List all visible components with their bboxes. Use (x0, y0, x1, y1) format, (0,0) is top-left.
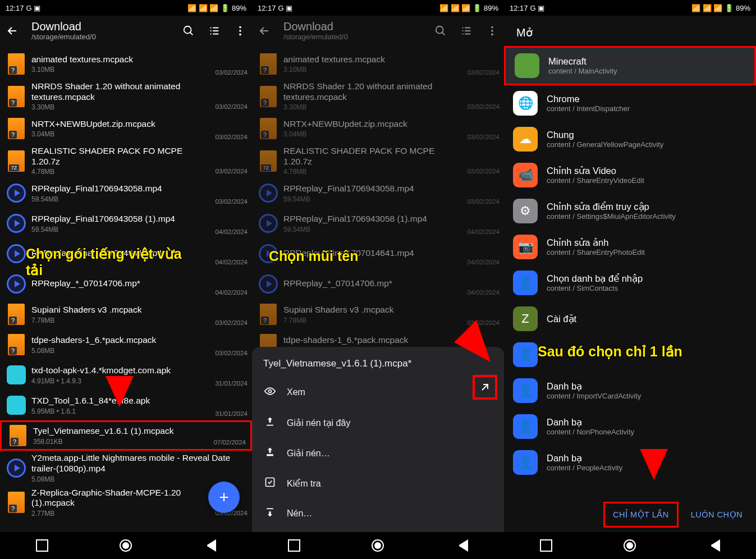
more-icon[interactable] (234, 25, 246, 37)
app-activity: content / ShareEntryVideoEdit (547, 176, 644, 185)
file-row[interactable]: RPReplay_Final1706943058.mp4 59.54MB 03/… (0, 178, 252, 208)
file-type-icon (259, 273, 278, 295)
more-icon[interactable] (486, 25, 498, 37)
file-name: RPReplay_Final1706943058.mp4 (31, 184, 212, 194)
file-size: 3.30MB (31, 103, 212, 111)
file-name: NRRDS Shader 1.20 without animated textu… (31, 81, 212, 102)
always-button[interactable]: LUÔN CHỌN (683, 503, 750, 526)
app-option[interactable]: ☁ Chung content / GeneralYellowPageActiv… (504, 121, 756, 157)
nav-home[interactable] (120, 539, 132, 552)
file-row[interactable]: RPReplay_Final1706943058.mp4 59.54MB 03/… (252, 178, 504, 208)
app-option[interactable]: 👤 Danh bạ content / PeopleActivity (504, 445, 756, 480)
file-row[interactable]: NRRDS Shader 1.20 without animated textu… (252, 79, 504, 113)
file-name: REALISTIC SHADER PACK FO MCPE 1.20.7z (283, 146, 464, 167)
sheet-action-label: Kiểm tra (287, 478, 321, 489)
app-name: Chỉnh sửa ảnh (547, 237, 645, 248)
app-option[interactable]: Minecraft content / MainActivity (504, 46, 756, 85)
file-row[interactable]: Tyel_Vietnamese_v1.6.1 (1).mcpack 358.01… (0, 420, 252, 451)
app-option[interactable]: 👤 Chọn danh bạ để nhập content / SimCont… (504, 265, 756, 301)
file-name: Tyel_Vietnamese_v1.6.1 (1).mcpack (33, 426, 210, 437)
search-icon[interactable] (182, 25, 195, 37)
nav-home[interactable] (624, 539, 636, 552)
file-type-icon (7, 364, 26, 386)
android-navbar (0, 532, 252, 559)
sheet-action-label: Giải nén… (287, 448, 330, 459)
sheet-action[interactable]: Nén… (252, 498, 504, 529)
arrow-1 (100, 286, 139, 410)
file-size: 2.77MB (31, 510, 212, 517)
nav-recents[interactable] (288, 539, 300, 552)
status-bar: 12:17 G ▣ 📶 📶 📶 🔋 89% (504, 0, 756, 16)
file-size: 59.54MB (31, 226, 212, 233)
svg-point-7 (491, 33, 493, 35)
app-option[interactable]: 📹 Chỉnh sửa Video content / ShareEntryVi… (504, 157, 756, 193)
nav-home[interactable] (372, 539, 384, 552)
file-date: 07/02/2024 (213, 439, 246, 446)
app-option[interactable]: ⚙ Chỉnh sửa điểm truy cập content / Sett… (504, 193, 756, 229)
app-name: Chrome (547, 94, 630, 104)
annotation-3: Sau đó chọn chỉ 1 lần (538, 343, 684, 360)
app-option[interactable]: 📷 Chỉnh sửa ảnh content / ShareEntryPhot… (504, 229, 756, 265)
nav-back[interactable] (456, 539, 468, 552)
back-icon[interactable] (258, 24, 271, 38)
back-icon[interactable] (6, 24, 19, 38)
file-type-icon (7, 53, 26, 75)
fab-add[interactable]: + (208, 482, 240, 513)
app-option[interactable]: 👤 Danh bạ content / ImportVCardActivity (504, 373, 756, 409)
signal-icons: 📶 📶 📶 🔋 (187, 4, 230, 12)
file-date: 03/02/2024 (467, 198, 500, 205)
file-row[interactable]: RPReplay_Final1706943058 (1).mp4 59.54MB… (0, 208, 252, 239)
nav-back[interactable] (204, 539, 216, 552)
file-row[interactable]: animated textures.mcpack 3.10MB 03/02/20… (252, 49, 504, 79)
file-row[interactable]: NRTX+NEWBUpdet.zip.mcpack 3.04MB 03/02/2… (252, 113, 504, 144)
nav-recents[interactable] (540, 539, 552, 552)
open-external-icon[interactable] (473, 375, 497, 400)
file-row[interactable]: NRRDS Shader 1.20 without animated textu… (0, 79, 252, 113)
file-list[interactable]: animated textures.mcpack 3.10MB 03/02/20… (0, 49, 252, 520)
view-list-icon[interactable] (208, 25, 221, 37)
file-size: 3.04MB (31, 130, 212, 138)
app-option[interactable]: Z Cài đặt (504, 301, 756, 337)
arrow-2 (392, 258, 493, 370)
status-indicators: G ▣ (530, 4, 545, 12)
open-title: Mở (504, 16, 756, 46)
appbar-path: /storage/emulated/0 (31, 33, 182, 41)
open-with-panel: Mở Minecraft content / MainActivity 🌐 Ch… (504, 16, 756, 532)
file-name: animated textures.mcpack (31, 54, 212, 65)
file-type-icon (7, 182, 26, 204)
sheet-action[interactable]: Giải nén tại đây (252, 407, 504, 438)
file-type-icon (7, 273, 26, 295)
file-row[interactable]: REALISTIC SHADER PACK FO MCPE 1.20.7z 4.… (0, 144, 252, 178)
app-option[interactable]: 🌐 Chrome content / IntentDispatcher (504, 85, 756, 121)
view-list-icon[interactable] (460, 25, 473, 37)
file-size: 59.54MB (283, 226, 464, 233)
appbar-path: /storage/emulated/0 (283, 33, 434, 41)
app-icon: Z (513, 306, 538, 331)
file-type-icon (7, 303, 26, 326)
sheet-action[interactable]: Kiểm tra (252, 468, 504, 498)
file-type-icon (259, 150, 278, 172)
search-icon[interactable] (434, 25, 447, 37)
svg-point-8 (269, 390, 272, 393)
signal-icons: 📶 📶 📶 🔋 (439, 4, 482, 12)
file-size: 3.30MB (283, 103, 464, 111)
file-row[interactable]: RPReplay_Final1706943058 (1).mp4 59.54MB… (252, 208, 504, 239)
just-once-button[interactable]: CHỈ MỘT LẦN (603, 502, 679, 528)
file-row[interactable]: Y2meta.app-Little Nightmares mobile - Re… (0, 451, 252, 485)
nav-back[interactable] (708, 539, 720, 552)
app-name: Danh bạ (547, 381, 641, 392)
file-type-icon (7, 117, 26, 140)
eye-icon (264, 386, 276, 399)
file-row[interactable]: REALISTIC SHADER PACK FO MCPE 1.20.7z 4.… (252, 144, 504, 178)
compress-icon (264, 507, 276, 520)
nav-recents[interactable] (36, 539, 48, 552)
sheet-action[interactable]: Xem (252, 377, 504, 407)
app-option[interactable]: 👤 Danh bạ content / NonPhoneActivity (504, 409, 756, 445)
sheet-action[interactable]: Giải nén… (252, 438, 504, 468)
battery-pct: 89% (232, 4, 246, 12)
check-icon (264, 476, 276, 490)
appbar: Download /storage/emulated/0 (252, 16, 504, 49)
file-name: NRTX+NEWBUpdet.zip.mcpack (283, 119, 464, 130)
file-row[interactable]: NRTX+NEWBUpdet.zip.mcpack 3.04MB 03/02/2… (0, 113, 252, 144)
file-row[interactable]: animated textures.mcpack 3.10MB 03/02/20… (0, 49, 252, 79)
